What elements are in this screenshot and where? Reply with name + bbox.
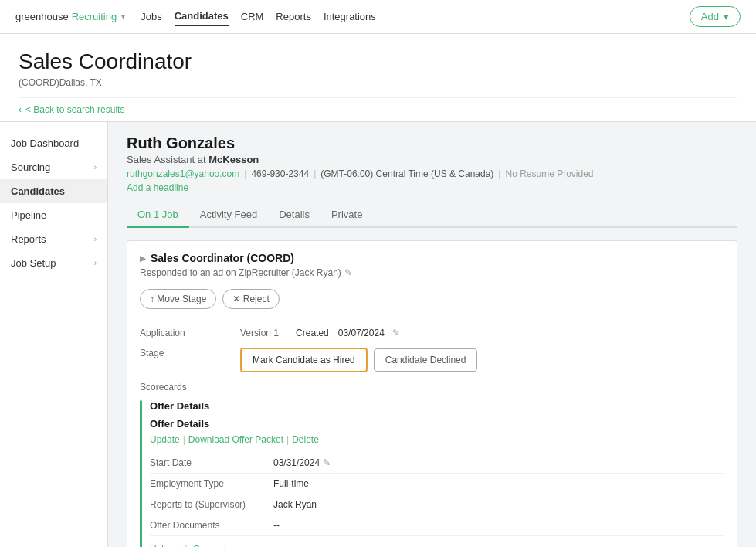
application-label: Application <box>140 323 240 343</box>
page-title: Sales Coordinator <box>19 49 737 74</box>
move-stage-button[interactable]: ↑ Move Stage <box>140 289 216 309</box>
offer-download-link[interactable]: Download Offer Packet <box>188 434 283 445</box>
sidebar-item-job-dashboard[interactable]: Job Dashboard <box>0 131 107 155</box>
main-layout: Job Dashboard Sourcing › Candidates Pipe… <box>0 122 756 547</box>
offer-row-start-date: Start Date 03/31/2024 ✎ <box>150 453 724 474</box>
nav-candidates[interactable]: Candidates <box>175 7 229 26</box>
edit-start-date-icon[interactable]: ✎ <box>323 457 331 468</box>
job-section: ▶ Sales Coordinator (COORD) Responded to… <box>127 240 737 547</box>
page-subtitle: (COORD)Dallas, TX <box>19 77 737 88</box>
mark-candidate-hired-button[interactable]: Mark Candidate as Hired <box>240 348 368 372</box>
offer-detail-rows: Start Date 03/31/2024 ✎ Employment Type … <box>150 453 724 536</box>
generate-link[interactable]: Generate <box>193 544 232 547</box>
offer-row-supervisor: Reports to (Supervisor) Jack Ryan <box>150 494 724 515</box>
candidate-timezone: (GMT-06:00) Central Time (US & Canada) <box>320 168 493 179</box>
main-content: Ruth Gonzales Sales Assistant at McKesso… <box>108 122 756 547</box>
offer-details-content: Offer Details Offer Details Update | Dow… <box>150 400 724 547</box>
sidebar: Job Dashboard Sourcing › Candidates Pipe… <box>0 122 108 547</box>
logo[interactable]: greenhouse Recruiting ▾ <box>15 11 125 22</box>
logo-recruiting: Recruiting <box>72 11 117 22</box>
offer-delete-link[interactable]: Delete <box>292 434 319 445</box>
nav-links: Jobs Candidates CRM Reports Integrations <box>141 7 376 26</box>
action-buttons: ↑ Move Stage ✕ Reject <box>140 289 724 309</box>
tab-on-1-job[interactable]: On 1 Job <box>127 202 189 228</box>
nav-reports[interactable]: Reports <box>276 8 311 25</box>
offer-details-label: Offer Details <box>150 400 724 412</box>
sourcing-chevron-icon: › <box>94 163 97 172</box>
reports-chevron-icon: › <box>94 235 97 243</box>
offer-details-section: Offer Details Offer Details Update | Dow… <box>140 400 724 547</box>
nav-jobs[interactable]: Jobs <box>141 8 161 25</box>
candidate-contact: ruthgonzales1@yahoo.com | 469-930-2344 |… <box>127 168 737 179</box>
tab-private[interactable]: Private <box>320 202 373 228</box>
stage-label: Stage <box>140 343 240 377</box>
tab-activity-feed[interactable]: Activity Feed <box>189 202 268 228</box>
candidate-declined-button[interactable]: Candidate Declined <box>374 348 478 372</box>
back-arrow-icon: ‹ <box>19 104 22 115</box>
sidebar-item-sourcing[interactable]: Sourcing › <box>0 155 107 179</box>
offer-row-documents: Offer Documents -- <box>150 515 724 536</box>
logo-chevron-icon: ▾ <box>121 12 125 21</box>
sidebar-item-reports[interactable]: Reports › <box>0 227 107 251</box>
job-setup-chevron-icon: › <box>94 259 97 267</box>
edit-date-icon[interactable]: ✎ <box>392 328 400 338</box>
reject-button[interactable]: ✕ Reject <box>222 289 279 309</box>
edit-source-icon[interactable]: ✎ <box>344 267 352 278</box>
upload-link[interactable]: Upload <box>150 544 179 547</box>
add-button[interactable]: Add ▾ <box>690 6 741 27</box>
stage-buttons: Mark Candidate as Hired Candidate Declin… <box>240 343 724 377</box>
offer-section: Offer Details Update | Download Offer Pa… <box>150 418 724 547</box>
offer-row-employment-type: Employment Type Full-time <box>150 474 724 494</box>
candidate-title: Sales Assistant at McKesson <box>127 154 737 165</box>
upload-actions: Upload | Generate <box>150 544 724 547</box>
scorecards-label: Scorecards <box>140 377 240 397</box>
top-navigation: greenhouse Recruiting ▾ Jobs Candidates … <box>0 0 756 34</box>
offer-title: Offer Details <box>150 418 724 430</box>
nav-crm[interactable]: CRM <box>241 8 264 25</box>
no-resume-label: No Resume Provided <box>505 168 593 179</box>
offer-actions: Update | Download Offer Packet | Delete <box>150 434 724 445</box>
job-section-title: ▶ Sales Coordinator (COORD) <box>140 252 724 264</box>
candidate-tabs: On 1 Job Activity Feed Details Private <box>127 202 737 228</box>
candidate-email[interactable]: ruthgonzales1@yahoo.com <box>127 168 239 179</box>
candidate-name: Ruth Gonzales <box>127 134 737 152</box>
candidate-header: Ruth Gonzales Sales Assistant at McKesso… <box>127 134 737 193</box>
application-details: Application Version 1 Created 03/07/2024… <box>140 323 724 397</box>
tab-details[interactable]: Details <box>268 202 320 228</box>
triangle-icon: ▶ <box>140 254 146 263</box>
sidebar-item-job-setup[interactable]: Job Setup › <box>0 251 107 275</box>
nav-integrations[interactable]: Integrations <box>324 8 376 25</box>
add-chevron-icon: ▾ <box>724 11 729 22</box>
job-section-subtitle: Responded to an ad on ZipRecruiter (Jack… <box>140 267 724 278</box>
add-headline-link[interactable]: Add a headline <box>127 182 737 193</box>
back-to-search-link[interactable]: ‹ < Back to search results <box>19 97 737 121</box>
logo-greenhouse: greenhouse <box>15 11 69 22</box>
offer-update-link[interactable]: Update <box>150 434 180 445</box>
page-header: Sales Coordinator (COORD)Dallas, TX ‹ < … <box>0 34 756 122</box>
active-sidebar-indicator <box>140 400 142 547</box>
scorecards-value <box>240 377 724 397</box>
candidate-phone: 469-930-2344 <box>251 168 309 179</box>
sidebar-item-pipeline[interactable]: Pipeline <box>0 203 107 227</box>
sidebar-item-candidates[interactable]: Candidates <box>0 179 107 203</box>
application-version: Version 1 Created 03/07/2024 ✎ <box>240 323 724 343</box>
